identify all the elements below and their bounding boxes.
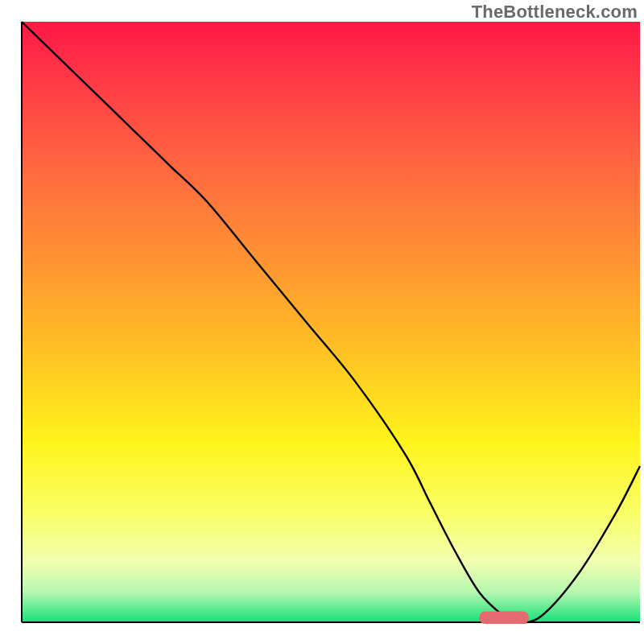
chart-container: TheBottleneck.com — [0, 0, 644, 644]
optimal-range-marker — [479, 612, 528, 624]
bottleneck-chart — [0, 0, 644, 644]
